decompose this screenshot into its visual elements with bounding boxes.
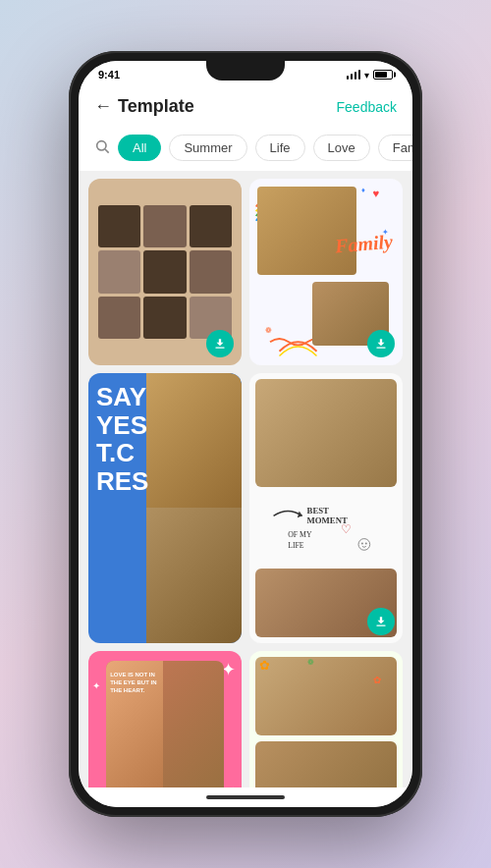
home-bar — [206, 795, 285, 799]
family-photo-main — [257, 187, 356, 275]
svg-point-21 — [358, 539, 370, 551]
svg-text:♡: ♡ — [341, 523, 352, 536]
svg-point-0 — [97, 140, 106, 149]
svg-rect-2 — [215, 348, 224, 349]
filter-chip-family[interactable]: Family — [378, 135, 412, 161]
template-card-best-moment[interactable]: BEST MOMENT OF MY LIFE ♡ — [249, 373, 403, 643]
status-icons: ▾ — [347, 70, 393, 81]
home-indicator — [79, 787, 412, 807]
status-time: 9:41 — [98, 69, 120, 81]
template-card-collage[interactable]: # # ✿ ✿ ❁ — [249, 651, 403, 788]
bm-photo-top — [255, 379, 397, 487]
template-card-photo-grid[interactable] — [88, 179, 242, 365]
svg-text:❁: ❁ — [265, 326, 272, 335]
download-button-4[interactable] — [367, 608, 395, 635]
svg-line-1 — [105, 149, 109, 153]
photo-cell-1 — [98, 205, 140, 247]
photo-cell-4 — [98, 250, 140, 293]
wifi-icon: ▾ — [364, 70, 369, 81]
back-arrow-icon: ← — [94, 96, 112, 117]
search-icon[interactable] — [94, 138, 110, 158]
say-yes-photo-bot — [146, 508, 242, 642]
filter-chip-love[interactable]: Love — [313, 135, 370, 161]
back-button[interactable]: ← Template — [94, 96, 194, 117]
signal-icon — [347, 70, 360, 80]
filter-bar: All Summer Life Love Family — [79, 127, 412, 171]
photo-cell-7 — [98, 297, 140, 339]
photo-grid-3x3 — [98, 205, 232, 339]
photo-cell-6 — [190, 250, 232, 293]
svg-text:♦: ♦ — [361, 186, 365, 194]
photo-cell-2 — [143, 205, 186, 247]
svg-rect-24 — [376, 624, 385, 625]
svg-text:BEST: BEST — [307, 506, 330, 515]
phone-notch — [206, 61, 285, 81]
say-yes-line-2: YES — [96, 411, 148, 440]
star-deco-3: ✦ — [228, 785, 238, 788]
top-bar: ← Template Feedback — [79, 88, 412, 127]
filter-chip-summer[interactable]: Summer — [169, 135, 246, 161]
page-title: Template — [118, 96, 194, 117]
photo-cell-5 — [143, 250, 186, 293]
say-yes-line-1: SAY — [96, 383, 148, 411]
photo-cell-3 — [190, 205, 232, 247]
filter-chip-all[interactable]: All — [118, 135, 161, 161]
collage-photo-2 — [255, 741, 397, 788]
template-card-family[interactable]: ♥ ♦ ✦ ✦ ☁ ❁ ❁ — [249, 179, 403, 365]
svg-marker-15 — [298, 511, 302, 517]
say-yes-line-3: T.C — [96, 439, 148, 467]
svg-point-22 — [361, 542, 363, 544]
filter-chip-life[interactable]: Life — [255, 135, 305, 161]
best-moment-svg: BEST MOMENT OF MY LIFE ♡ — [259, 496, 393, 555]
svg-text:LIFE: LIFE — [288, 541, 304, 550]
svg-text:♥: ♥ — [373, 188, 380, 199]
svg-rect-13 — [376, 348, 385, 349]
svg-text:OF MY: OF MY — [288, 530, 312, 539]
phone-frame: 9:41 ▾ ← Template Feedback — [69, 51, 422, 817]
template-card-say-yes[interactable]: SAY YES T.C RES — [88, 373, 242, 643]
say-yes-text: SAY YES T.C RES — [96, 383, 148, 495]
template-card-love[interactable]: ✦ ✦ ✦ LOVE IS NOT IN THE EYE BUT IN THE … — [88, 651, 242, 788]
content-area: ♥ ♦ ✦ ✦ ☁ ❁ ❁ — [79, 171, 412, 787]
love-text: LOVE IS NOT IN THE EYE BUT IN THE HEART. — [110, 671, 159, 695]
love-photo: LOVE IS NOT IN THE EYE BUT IN THE HEART. — [106, 661, 224, 788]
phone-screen: 9:41 ▾ ← Template Feedback — [79, 61, 412, 807]
family-title-text: Family — [334, 230, 394, 257]
download-button-1[interactable] — [206, 330, 234, 357]
bm-text: BEST MOMENT OF MY LIFE ♡ — [255, 490, 397, 566]
collage-photo-1 — [255, 657, 397, 735]
say-yes-photo-top — [146, 373, 242, 521]
battery-icon — [373, 70, 393, 80]
photo-cell-8 — [143, 297, 186, 339]
download-button-2[interactable] — [367, 330, 395, 357]
template-grid: ♥ ♦ ✦ ✦ ☁ ❁ ❁ — [88, 179, 403, 787]
star-deco-2: ✦ — [92, 680, 100, 691]
svg-point-23 — [365, 542, 367, 544]
say-yes-line-4: RES — [96, 467, 148, 496]
feedback-button[interactable]: Feedback — [337, 99, 397, 115]
